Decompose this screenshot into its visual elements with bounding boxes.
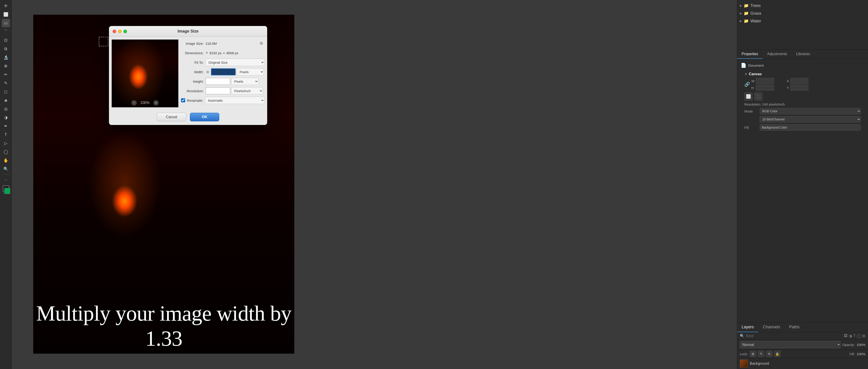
cancel-button[interactable]: Cancel [157, 113, 186, 121]
tab-paths[interactable]: Paths [784, 322, 804, 332]
tool-fill[interactable]: ◈ [2, 96, 10, 104]
tool-move[interactable]: ✢ [2, 2, 10, 10]
filter-shape-icon[interactable]: ◯ [857, 334, 861, 338]
document-row: 📄 Document [741, 63, 864, 68]
resolution-label: Resolution: [181, 89, 204, 93]
zoom-out-button[interactable]: − [131, 100, 137, 105]
lock-all-button[interactable]: 🔒 [774, 351, 780, 357]
filter-adjust-icon[interactable]: ◑ [849, 334, 852, 338]
canvas-height-input[interactable]: 4608 px [756, 85, 774, 91]
image-size-value: 216.0M [206, 41, 256, 45]
folder-trees-icon: 📁 [744, 3, 749, 8]
tool-hand[interactable]: ✋ [2, 156, 10, 164]
background-layer-thumbnail [740, 360, 748, 368]
layers-filter-icons: 🖼 ◑ T ◯ ⊞ [844, 334, 865, 338]
document-label: Document [748, 63, 764, 67]
tool-artboard[interactable]: ⬜ [2, 10, 10, 19]
resample-label: Resample: [187, 98, 203, 102]
tool-text[interactable]: T [2, 131, 10, 139]
tool-healing[interactable]: ⊕ [2, 62, 10, 70]
canvas-landscape-button[interactable]: ⬛ [754, 92, 763, 100]
lock-position-button[interactable]: ✢ [766, 351, 772, 357]
background-color[interactable] [4, 188, 10, 194]
lock-paint-button[interactable]: ✎ [758, 351, 764, 357]
image-size-label: Image Size: [181, 41, 204, 45]
tool-shape[interactable]: ◯ [2, 148, 10, 156]
maximize-button[interactable] [123, 30, 127, 33]
mode-select[interactable]: RGB Color [760, 108, 861, 114]
tab-layers[interactable]: Layers [737, 322, 758, 332]
width-input[interactable]: 8192 [211, 68, 236, 75]
minimize-button[interactable] [118, 30, 122, 33]
canvas-y-input[interactable]: 0 px [790, 85, 808, 91]
tool-object-select[interactable]: ⊡ [2, 36, 10, 44]
canvas-area: Multiply your image width by 1.33 Image … [12, 0, 737, 369]
tab-adjustments[interactable]: Adjustments [763, 50, 792, 59]
height-input[interactable]: 4608 [206, 78, 230, 85]
chevron-grass-icon: ▶ [740, 12, 742, 15]
layers-search-input[interactable] [746, 334, 842, 338]
tab-libraries[interactable]: Libraries [792, 50, 814, 59]
tool-extra[interactable]: ⋯ [2, 176, 10, 184]
dialog-titlebar: Image Size [109, 26, 267, 37]
dimensions-x: × [223, 51, 225, 55]
resample-checkbox[interactable] [181, 98, 185, 102]
height-row: Height: 4608 Pixels [181, 78, 265, 85]
fill-lock-value: 100% [857, 352, 865, 356]
tool-eraser[interactable]: ◻ [2, 88, 10, 96]
tool-brush[interactable]: ✏ [2, 70, 10, 79]
fit-to-label: Fit To: [181, 61, 204, 64]
tool-blur[interactable]: ◎ [2, 105, 10, 113]
layer-water-label: Water [750, 19, 761, 24]
filter-image-icon[interactable]: 🖼 [844, 334, 847, 338]
canvas-portrait-button[interactable]: ⬜ [744, 92, 752, 100]
ok-button[interactable]: OK [190, 113, 219, 121]
canvas-x-input[interactable]: 0 px [790, 78, 808, 84]
image-size-row: Image Size: 216.0M ⚙ [181, 39, 265, 47]
canvas-link-icon: 🔗 [744, 82, 750, 87]
layer-group-trees[interactable]: ▶ 📁 Trees [737, 2, 868, 9]
layer-group-water[interactable]: ▶ 📁 Water [737, 17, 868, 25]
resolution-unit-select[interactable]: Pixels/Inch [231, 87, 263, 94]
preview-controls: − 100% + [112, 100, 178, 105]
link-icon: ⊞ [206, 70, 210, 74]
tool-lasso[interactable]: ⌒ [2, 28, 10, 36]
background-layer-item[interactable]: Background [737, 358, 868, 369]
canvas-h-label: H [751, 86, 754, 90]
layer-group-grass[interactable]: ▶ 📁 Grass [737, 9, 868, 17]
dialog-settings: Image Size: 216.0M ⚙ Dimensions: ▼ 8192 … [181, 39, 265, 107]
tool-path-select[interactable]: ▷ [2, 139, 10, 147]
tool-eyedropper[interactable]: 🔬 [2, 53, 10, 61]
filter-text-icon[interactable]: T [853, 334, 856, 338]
canvas-overlay-text: Multiply your image width by 1.33 [33, 301, 294, 351]
height-label: Height: [181, 80, 204, 83]
canvas-width-input[interactable]: 8192 px [756, 78, 774, 84]
zoom-in-button[interactable]: + [153, 100, 159, 105]
resample-select[interactable]: Automatic [205, 97, 265, 104]
resolution-row: Resolution: 240 Pixels/Inch [181, 87, 265, 95]
tool-marquee[interactable]: ▭ [2, 19, 10, 27]
close-button[interactable] [113, 30, 116, 33]
fit-to-select[interactable]: Original Size [206, 59, 265, 66]
lock-pixels-button[interactable]: ⊞ [750, 351, 756, 357]
height-unit-select[interactable]: Pixels [231, 78, 258, 85]
tool-zoom[interactable]: 🔍 [2, 165, 10, 173]
fill-label: Fill [744, 126, 758, 129]
tab-properties[interactable]: Properties [737, 50, 763, 59]
canvas-section-label: Canvas [749, 72, 762, 76]
canvas-section-header[interactable]: ▼ Canvas [744, 70, 861, 78]
tool-clone[interactable]: ✎ [2, 79, 10, 87]
tab-channels[interactable]: Channels [758, 322, 784, 332]
width-unit-select[interactable]: Pixels [237, 68, 264, 75]
settings-gear-icon[interactable]: ⚙ [258, 40, 265, 47]
resolution-input[interactable]: 240 [206, 87, 230, 94]
bit-depth-select[interactable]: 16 Bits/Channel [760, 116, 861, 122]
tool-crop[interactable]: ⧉ [2, 45, 10, 53]
tool-pen[interactable]: ✒ [2, 122, 10, 130]
properties-content: 📄 Document ▼ Canvas 🔗 W 8192 px X 0 px H… [737, 59, 868, 322]
tool-dodge[interactable]: ◑ [2, 114, 10, 122]
marquee-selection [99, 37, 108, 46]
filter-smart-icon[interactable]: ⊞ [862, 334, 865, 338]
blend-mode-select[interactable]: Normal [740, 341, 841, 348]
layers-panel: Layers Channels Paths 🔍 🖼 ◑ T ◯ ⊞ Normal… [737, 322, 868, 369]
